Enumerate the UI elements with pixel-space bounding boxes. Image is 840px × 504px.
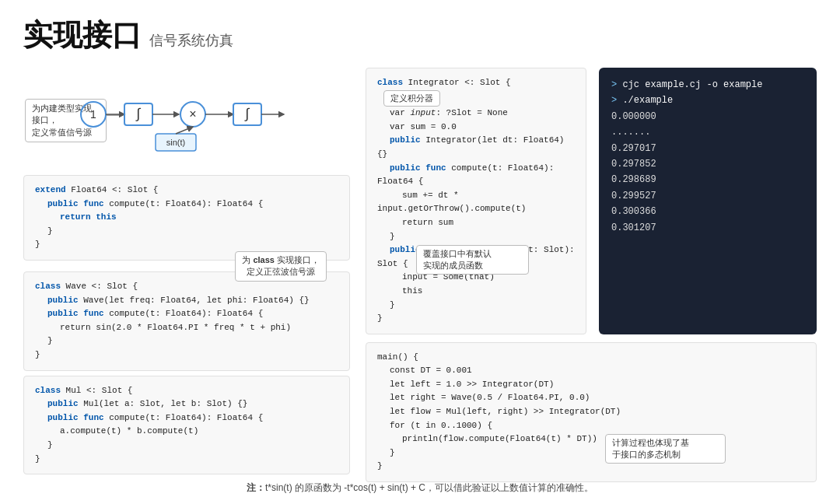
terminal-output: > cjc example.cj -o example > ./example … (599, 68, 817, 334)
signal-diagram: 1 ∫ × ∫ (70, 91, 319, 153)
svg-text:1: 1 (90, 108, 96, 121)
svg-text:sin(t): sin(t) (166, 138, 185, 147)
polymorphism-annotation: 计算过程也体现了基于接口的多态机制 (605, 434, 726, 463)
title-sub: 信号系统仿真 (149, 31, 233, 50)
svg-text:∫: ∫ (135, 106, 142, 121)
svg-line-15 (176, 127, 193, 134)
code-block-wave: class Wave <: Slot { public Wave(let fre… (23, 271, 350, 371)
svg-text:×: × (189, 107, 196, 121)
title-main: 实现接口 (23, 16, 142, 55)
right-top: class Integrator <: Slot { 定义积分器 var inp… (366, 68, 817, 334)
integrator-annotation: 定义积分器 (383, 90, 440, 107)
diagram-area: 为内建类型实现接口，定义常值信号源 1 ∫ (23, 68, 350, 169)
code-block-mul: class Mul <: Slot { 定义乘法器 public Mul(let… (23, 376, 350, 475)
code-block-integrator: class Integrator <: Slot { 定义积分器 var inp… (366, 68, 586, 334)
svg-text:∫: ∫ (244, 106, 250, 121)
main-content: 为内建类型实现接口，定义常值信号源 1 ∫ (23, 68, 817, 478)
bottom-note: 注：t*sin(t) 的原函数为 -t*cos(t) + sin(t) + C，… (247, 481, 593, 495)
wave-annotation: 为 class 实现接口，定义正弦波信号源 (235, 251, 327, 282)
right-panel: class Integrator <: Slot { 定义积分器 var inp… (366, 68, 817, 478)
code-block-main: main() { const DT = 0.001 let left = 1.0… (366, 342, 817, 482)
code-block-float64: extend Float64 <: Slot { public func com… (23, 175, 350, 261)
cover-annotation: 覆盖接口中有默认实现的成员函数 (416, 245, 529, 274)
left-panel: 为内建类型实现接口，定义常值信号源 1 ∫ (23, 68, 350, 478)
header: 实现接口 信号系统仿真 (23, 16, 817, 55)
page-container: 实现接口 信号系统仿真 为内建类型实现接口，定义常值信号源 1 (0, 0, 840, 504)
